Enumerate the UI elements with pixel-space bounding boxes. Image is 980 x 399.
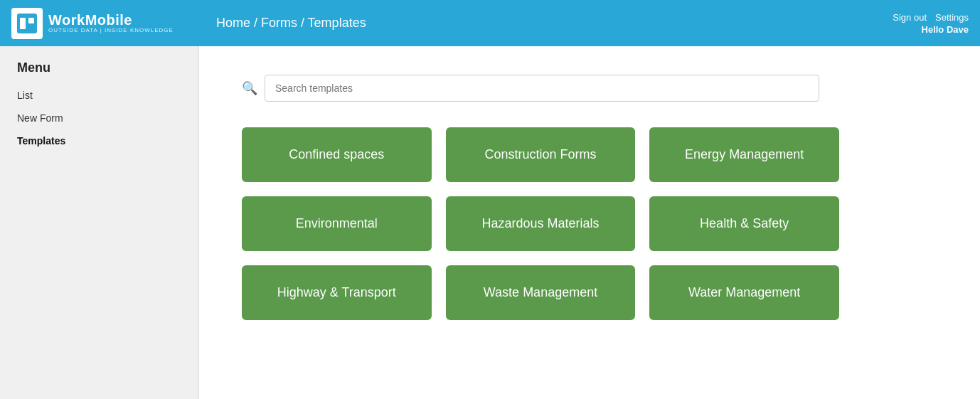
sidebar-item-new-form[interactable]: New Form — [0, 107, 198, 129]
main-layout: Menu List New Form Templates 🔍 Confined … — [0, 46, 980, 399]
main-content: 🔍 Confined spacesConstruction FormsEnerg… — [199, 46, 980, 399]
svg-rect-1 — [20, 18, 26, 29]
hello-user: Dave — [947, 24, 969, 35]
template-button-highway--transport[interactable]: Highway & Transport — [242, 265, 432, 320]
logo-text: WorkMobile Outside Data | Inside Knowled… — [48, 12, 174, 34]
logo-main: WorkMobile — [48, 12, 174, 28]
svg-rect-2 — [28, 18, 34, 23]
template-button-health--safety[interactable]: Health & Safety — [649, 196, 839, 251]
sidebar-item-templates[interactable]: Templates — [0, 129, 198, 152]
template-button-confined-spaces[interactable]: Confined spaces — [242, 127, 432, 182]
sidebar-item-list[interactable]: List — [0, 84, 198, 107]
header: WorkMobile Outside Data | Inside Knowled… — [0, 0, 980, 46]
sidebar-menu-title: Menu — [0, 60, 198, 84]
search-icon: 🔍 — [242, 80, 257, 96]
search-bar: 🔍 — [242, 75, 937, 102]
template-button-water-management[interactable]: Water Management — [649, 265, 839, 320]
sidebar: Menu List New Form Templates — [0, 46, 199, 399]
breadcrumb: Home / Forms / Templates — [216, 16, 366, 31]
logo: WorkMobile Outside Data | Inside Knowled… — [11, 8, 174, 39]
template-button-environmental[interactable]: Environmental — [242, 196, 432, 251]
template-button-hazardous-materials[interactable]: Hazardous Materials — [446, 196, 636, 251]
logo-icon — [11, 8, 43, 39]
header-hello: Hello Dave — [922, 24, 969, 35]
template-grid: Confined spacesConstruction FormsEnergy … — [242, 127, 839, 320]
template-button-waste-management[interactable]: Waste Management — [446, 265, 636, 320]
sign-out-link[interactable]: Sign out — [893, 12, 927, 23]
header-top-links: Sign out Settings — [893, 12, 969, 23]
search-input[interactable] — [265, 75, 819, 102]
template-button-construction-forms[interactable]: Construction Forms — [446, 127, 636, 182]
header-right: Sign out Settings Hello Dave — [893, 12, 969, 35]
logo-sub: Outside Data | Inside Knowledge — [48, 28, 174, 34]
hello-label: Hello — [922, 24, 947, 35]
settings-link[interactable]: Settings — [935, 12, 969, 23]
template-button-energy-management[interactable]: Energy Management — [649, 127, 839, 182]
